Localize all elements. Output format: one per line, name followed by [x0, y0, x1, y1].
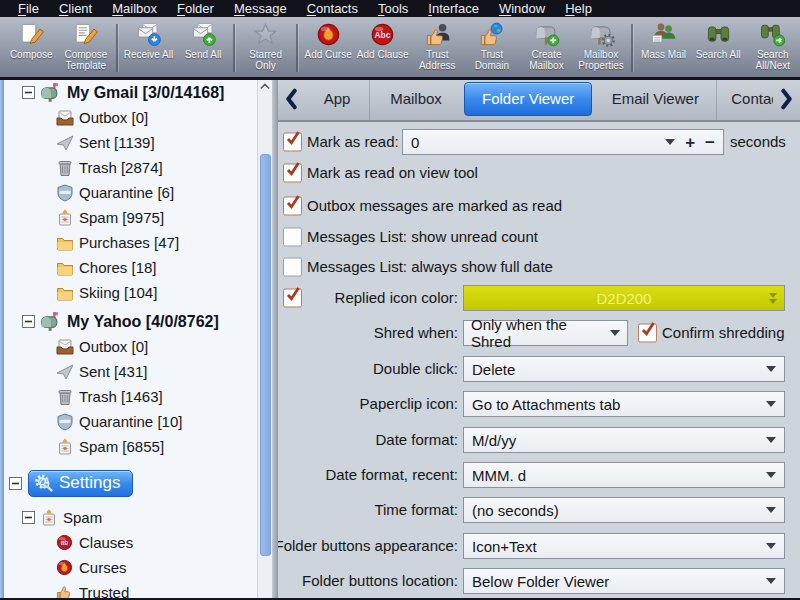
menu-contacts[interactable]: Contacts	[297, 0, 368, 17]
tree-item-trash[interactable]: Trash [2874]	[0, 155, 272, 180]
collapse-icon[interactable]	[9, 477, 22, 490]
add-clause-button[interactable]: Abc Add Clause	[355, 19, 410, 77]
double-click-label: Double click:	[373, 356, 458, 382]
menu-message[interactable]: Message	[224, 0, 297, 17]
menu-file[interactable]: File	[8, 0, 49, 17]
tree-item-sent[interactable]: Sent [1139]	[0, 130, 272, 155]
color-dropdown-icon[interactable]	[769, 293, 777, 304]
tree-item-settings[interactable]: Settings	[0, 468, 272, 499]
tab-folder-viewer[interactable]: Folder Viewer	[464, 82, 592, 116]
tree-item-skiing[interactable]: Skiing [104]	[0, 280, 272, 305]
replied-color-checkbox[interactable]	[283, 289, 302, 308]
settings-panel: App Mailbox Folder Viewer Email Viewer C…	[278, 78, 800, 600]
tabs-scroll-left-button[interactable]	[278, 78, 305, 120]
replied-color-row: Replied icon color: D2D200	[278, 285, 800, 311]
tree-label: Spam [9975]	[79, 209, 164, 226]
dropdown-arrow-icon[interactable]	[665, 139, 675, 145]
curses-icon	[56, 559, 73, 576]
compose-template-icon	[72, 21, 99, 48]
search-all-next-button[interactable]: Search All/Next	[745, 19, 800, 77]
shield-icon	[56, 184, 74, 202]
time-format-dropdown[interactable]: (no seconds)	[463, 497, 785, 523]
fb-appearance-dropdown[interactable]: Icon+Text	[463, 533, 785, 559]
menu-client[interactable]: Client	[49, 0, 102, 17]
collapse-icon[interactable]	[22, 315, 35, 328]
compose-template-button[interactable]: Compose Template	[59, 19, 114, 77]
collapse-icon[interactable]	[22, 511, 35, 524]
tree-item-chores[interactable]: Chores [18]	[0, 255, 272, 280]
paperclip-dropdown[interactable]: Go to Attachments tab	[463, 391, 785, 417]
tab-mailbox[interactable]: Mailbox	[369, 78, 462, 120]
tree-label: Settings	[59, 473, 120, 493]
confirm-shredding-checkbox[interactable]	[638, 324, 657, 343]
tree-item-spam[interactable]: Spam [6855]	[0, 434, 272, 459]
date-format-row: Date format: M/d/yy	[278, 427, 800, 453]
unread-count-checkbox[interactable]	[283, 228, 302, 247]
date-format-dropdown[interactable]: M/d/yy	[463, 427, 785, 453]
scrollbar-thumb[interactable]	[260, 154, 271, 556]
content-area: My Gmail [3/0/14168] Outbox [0] Sent [11…	[0, 78, 800, 600]
tree-item-trusted[interactable]: Trusted	[0, 580, 272, 600]
trust-address-button[interactable]: Trust Address	[410, 19, 465, 77]
collapse-icon[interactable]	[22, 86, 35, 99]
panel-divider[interactable]	[272, 78, 278, 600]
decrement-button[interactable]: −	[705, 134, 715, 151]
mark-as-read-spinner[interactable]: 0 + −	[402, 129, 724, 155]
compose-button[interactable]: Compose	[4, 19, 59, 77]
double-click-dropdown[interactable]: Delete	[463, 356, 785, 382]
starred-only-button[interactable]: Starred Only	[238, 19, 293, 77]
menu-interface[interactable]: Interface	[418, 0, 489, 17]
trust-domain-icon	[478, 21, 505, 48]
trust-domain-label: Trust Domain	[465, 49, 520, 71]
menu-folder[interactable]: Folder	[167, 0, 224, 17]
tree-item-purchases[interactable]: Purchases [47]	[0, 230, 272, 255]
scroll-up-arrow-icon[interactable]	[258, 78, 272, 94]
tree-item-sent[interactable]: Sent [431]	[0, 359, 272, 384]
search-all-label: Search All	[696, 49, 741, 60]
tree-item-spam-settings[interactable]: Spam	[0, 505, 272, 530]
mark-read-view-checkbox[interactable]	[283, 164, 302, 183]
settings-selected-button[interactable]: Settings	[28, 470, 133, 497]
menu-help[interactable]: Help	[555, 0, 602, 17]
mark-as-read-checkbox[interactable]	[283, 133, 302, 152]
outbox-read-checkbox[interactable]	[283, 197, 302, 216]
mass-mail-label: Mass Mail	[641, 49, 686, 60]
tree-account-yahoo[interactable]: My Yahoo [4/0/8762]	[0, 309, 272, 334]
fb-location-dropdown[interactable]: Below Folder Viewer	[463, 568, 785, 594]
replied-color-picker[interactable]: D2D200	[463, 285, 785, 311]
increment-button[interactable]: +	[685, 134, 695, 151]
receive-all-button[interactable]: Receive All	[121, 19, 176, 77]
tab-app[interactable]: App	[305, 78, 369, 120]
tree-item-quarantine[interactable]: Quarantine [6]	[0, 180, 272, 205]
fb-appearance-row: Folder buttons appearance: Icon+Text	[278, 533, 800, 559]
tree-item-outbox[interactable]: Outbox [0]	[0, 105, 272, 130]
tabs-scroll-right-button[interactable]	[773, 78, 800, 120]
create-mailbox-button[interactable]: Create Mailbox	[519, 19, 574, 77]
send-all-button[interactable]: Send All	[176, 19, 231, 77]
menu-window[interactable]: Window	[489, 0, 555, 17]
tree-item-outbox[interactable]: Outbox [0]	[0, 334, 272, 359]
menu-tools[interactable]: Tools	[368, 0, 418, 17]
mass-mail-icon	[650, 21, 677, 48]
tree-account-gmail[interactable]: My Gmail [3/0/14168]	[0, 80, 272, 105]
unread-count-row: Messages List: show unread count	[278, 224, 800, 250]
mailbox-properties-button[interactable]: Mailbox Properties	[574, 19, 629, 77]
menu-mailbox[interactable]: Mailbox	[102, 0, 167, 17]
shred-when-dropdown[interactable]: Only when the Shred	[463, 320, 628, 346]
add-curse-button[interactable]: Add Curse	[301, 19, 356, 77]
date-recent-dropdown[interactable]: MMM. d	[463, 462, 785, 488]
tab-email-viewer[interactable]: Email Viewer	[594, 78, 716, 120]
mass-mail-button[interactable]: Mass Mail	[636, 19, 691, 77]
tab-contacts[interactable]: Contacts	[716, 78, 773, 120]
tree-item-clauses[interactable]: ab Clauses	[0, 530, 272, 555]
sidebar-scrollbar[interactable]	[257, 78, 272, 598]
tree-item-quarantine[interactable]: Quarantine [10]	[0, 409, 272, 434]
date-recent-row: Date format, recent: MMM. d	[278, 462, 800, 488]
trust-domain-button[interactable]: Trust Domain	[465, 19, 520, 77]
tree-item-spam[interactable]: Spam [9975]	[0, 205, 272, 230]
full-date-checkbox[interactable]	[283, 258, 302, 277]
search-all-button[interactable]: Search All	[691, 19, 746, 77]
replied-color-value: D2D200	[596, 290, 651, 307]
tree-item-trash[interactable]: Trash [1463]	[0, 384, 272, 409]
tree-item-curses[interactable]: Curses	[0, 555, 272, 580]
